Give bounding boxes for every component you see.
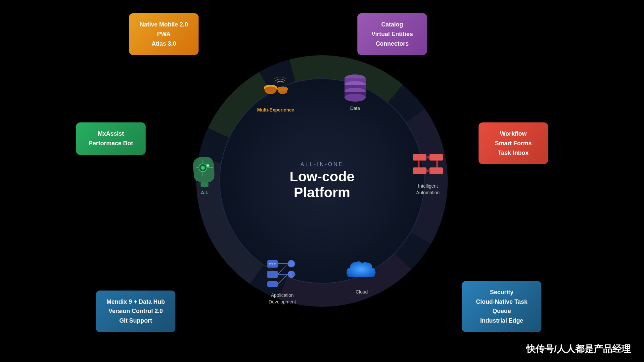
workflow-line-1: Workflow xyxy=(486,129,540,139)
multiexperience-label: Multi-Experience xyxy=(257,107,294,113)
svg-point-40 xyxy=(269,263,271,264)
multiexperience-icon xyxy=(259,72,292,105)
data-icon xyxy=(339,70,372,103)
svg-line-38 xyxy=(278,274,288,284)
mxassist-line-2: Performace Bot xyxy=(84,139,138,148)
box-security: Security Cloud-Native Task Queue Industr… xyxy=(462,281,541,332)
svg-point-2 xyxy=(265,87,276,92)
segment-data: Data xyxy=(339,70,372,112)
automation-label: IntelligentAutomation xyxy=(416,183,440,196)
segment-ai: A.I. xyxy=(188,155,221,196)
native-line-3: Atlas 3.0 xyxy=(137,39,191,49)
box-catalog: Catalog Virtual Entities Connectors xyxy=(357,13,427,55)
mendix-line-1: Mendix 9 + Data Hub xyxy=(104,297,167,307)
box-native-mobile: Native Mobile 2.0 PWA Atlas 3.0 xyxy=(129,13,199,55)
main-circle: ALL-IN-ONE Low-code Platform xyxy=(219,78,425,284)
mendix-line-3: Git Support xyxy=(104,316,167,326)
appdev-icon xyxy=(266,257,299,290)
svg-point-12 xyxy=(345,94,366,102)
svg-rect-22 xyxy=(413,154,427,160)
svg-rect-26 xyxy=(430,167,443,174)
catalog-line-2: Virtual Entities xyxy=(365,29,419,39)
svg-rect-28 xyxy=(436,160,438,167)
native-line-1: Native Mobile 2.0 xyxy=(137,20,191,29)
watermark: 快传号/人人都是产品经理 xyxy=(526,343,631,355)
catalog-line-1: Catalog xyxy=(365,20,419,29)
svg-line-37 xyxy=(278,264,288,274)
mxassist-line-1: MxAssist xyxy=(84,129,138,139)
workflow-line-3: Task Inbox xyxy=(486,148,540,158)
data-label: Data xyxy=(350,105,360,112)
security-line-2: Cloud-Native Task Queue xyxy=(470,297,533,316)
svg-point-5 xyxy=(277,87,288,92)
svg-point-42 xyxy=(274,263,276,264)
segment-cloud: Cloud xyxy=(345,254,378,295)
segment-appdev: ApplicationDevelopment xyxy=(266,257,299,305)
svg-point-33 xyxy=(288,260,295,267)
svg-point-41 xyxy=(271,263,273,264)
cloud-icon xyxy=(345,254,378,287)
cloud-label: Cloud xyxy=(356,289,368,295)
svg-rect-25 xyxy=(413,167,427,174)
svg-rect-29 xyxy=(418,160,420,167)
box-mendix: Mendix 9 + Data Hub Version Control 2.0 … xyxy=(96,291,175,332)
security-line-1: Security xyxy=(470,288,533,297)
appdev-label: ApplicationDevelopment xyxy=(269,292,296,305)
native-line-2: PWA xyxy=(137,29,191,39)
svg-point-14 xyxy=(201,166,205,170)
ai-icon xyxy=(188,155,221,188)
svg-point-16 xyxy=(207,165,209,166)
mendix-line-2: Version Control 2.0 xyxy=(104,306,167,316)
center-text: ALL-IN-ONE Low-code Platform xyxy=(290,161,354,201)
svg-rect-31 xyxy=(267,271,278,278)
box-mxassist: MxAssist Performace Bot xyxy=(76,122,146,155)
svg-rect-32 xyxy=(267,281,278,287)
segment-multiexperience: Multi-Experience xyxy=(257,72,294,113)
box-workflow: Workflow Smart Forms Task Inbox xyxy=(479,122,548,164)
svg-rect-21 xyxy=(201,182,208,187)
security-line-3: Industrial Edge xyxy=(470,316,533,326)
segment-automation: IntelligentAutomation xyxy=(411,148,444,196)
ai-label: A.I. xyxy=(201,190,208,196)
tagline: ALL-IN-ONE xyxy=(290,161,354,167)
automation-icon xyxy=(411,148,444,181)
diagram-container: ALL-IN-ONE Low-code Platform xyxy=(0,0,644,362)
svg-marker-24 xyxy=(426,156,429,159)
svg-marker-27 xyxy=(426,169,429,173)
svg-rect-23 xyxy=(430,154,443,160)
catalog-line-3: Connectors xyxy=(365,39,419,49)
workflow-line-2: Smart Forms xyxy=(486,139,540,148)
platform-title: Low-code Platform xyxy=(290,169,354,201)
